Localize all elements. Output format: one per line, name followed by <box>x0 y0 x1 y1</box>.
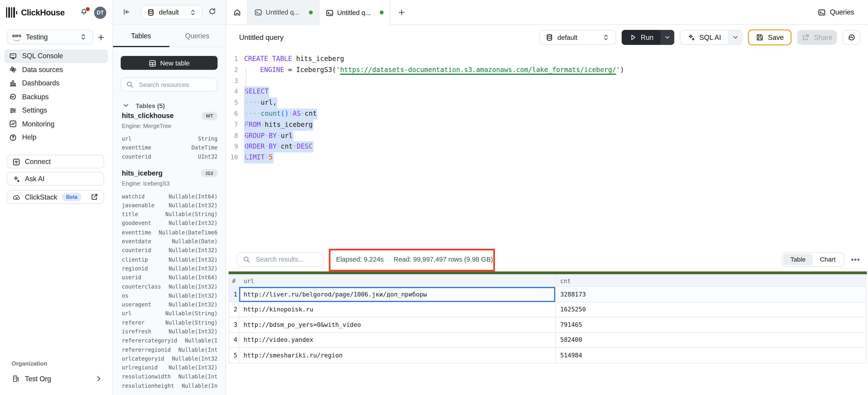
column-row[interactable]: urlNullable(String) <box>113 309 225 318</box>
sidebar-item-backups[interactable]: Backups <box>4 90 108 104</box>
column-row[interactable]: eventtimeNullable(DateTime6 <box>113 228 225 237</box>
refresh-button[interactable] <box>208 7 217 16</box>
column-type: Nullable(Int32 <box>172 356 217 362</box>
queries-button[interactable]: Queries <box>818 0 868 25</box>
new-table-button[interactable]: New table <box>121 56 217 70</box>
column-row[interactable]: counteridUInt32 <box>113 152 225 161</box>
cnt-cell[interactable]: 791465 <box>556 317 866 332</box>
service-selector[interactable]: aws Testing <box>6 29 93 45</box>
column-header-url[interactable]: url <box>239 275 556 287</box>
column-row[interactable]: urlString <box>113 134 225 143</box>
results-search[interactable] <box>237 252 324 267</box>
column-row[interactable]: isrefreshNullable(Int32) <box>113 327 225 336</box>
table-item[interactable]: hits_icebergIS3 <box>122 168 217 178</box>
sidebar-nav: SQL ConsoleData sourcesDashboardsBackups… <box>4 49 108 144</box>
table-item[interactable]: hits_clickhouseMT <box>122 111 217 121</box>
sql-editor[interactable]: 1CREATE TABLE hits_iceberg2 ENGINE = Ice… <box>226 50 868 247</box>
run-options-caret[interactable] <box>660 30 674 45</box>
url-cell[interactable]: http://liver.ru/belgorod/page/1006.jки/д… <box>239 287 556 302</box>
cnt-cell[interactable]: 1625250 <box>556 302 866 317</box>
code-line-content: ····count()·AS·cnt <box>244 109 317 119</box>
cnt-cell[interactable]: 514984 <box>556 348 866 363</box>
url-cell[interactable]: http://video.yandex <box>239 333 556 348</box>
sidebar-item-sql-console[interactable]: SQL Console <box>4 49 108 63</box>
resources-tab-queries[interactable]: Queries <box>169 25 225 47</box>
column-header-index[interactable]: # <box>229 275 239 287</box>
new-tab-button[interactable] <box>390 0 412 25</box>
column-row[interactable]: refererregionidNullable(Int <box>113 345 225 354</box>
column-header-cnt[interactable]: cnt <box>556 275 866 287</box>
results-header-row: # url cnt <box>229 275 866 287</box>
code-token: url, <box>261 99 277 107</box>
column-row[interactable]: javaenableNullable(Int32) <box>113 201 225 210</box>
code-token: · <box>265 132 269 139</box>
sql-ai-button[interactable]: SQL AI <box>680 30 742 45</box>
query-tab-1[interactable]: Untitled q... <box>248 0 319 25</box>
column-row[interactable]: urlcategoryidNullable(Int32 <box>113 354 225 363</box>
results-table: # url cnt 1http://liver.ru/belgorod/page… <box>228 274 866 363</box>
resources-search[interactable] <box>121 78 217 91</box>
sql-ai-caret[interactable] <box>728 31 742 45</box>
cnt-cell[interactable]: 3288173 <box>556 287 866 302</box>
column-row[interactable]: resolutionheightNullable(In <box>113 381 225 390</box>
database-selector[interactable]: default <box>141 5 203 20</box>
cnt-cell[interactable]: 582400 <box>556 333 866 348</box>
code-line-9: 9ORDER·BY·cnt·DESC <box>226 142 868 152</box>
modified-dot <box>380 10 383 14</box>
share-button[interactable]: Share <box>797 30 837 45</box>
tables-group-header[interactable]: Tables (5) <box>122 102 165 110</box>
column-row[interactable]: osNullable(Int32) <box>113 291 225 300</box>
column-row[interactable]: refererNullable(String) <box>113 318 225 327</box>
connect-button[interactable]: Connect <box>6 154 104 168</box>
column-row[interactable]: counterclassNullable(Int32) <box>113 282 225 291</box>
url-cell[interactable]: http://smeshariki.ru/region <box>239 348 556 363</box>
table-row: 5http://smeshariki.ru/region514984 <box>229 348 866 363</box>
column-row[interactable]: referercategoryidNullable(I <box>113 336 225 345</box>
settings-icon <box>9 106 17 115</box>
modified-dot <box>309 10 313 14</box>
avatar[interactable]: DT <box>94 6 106 19</box>
column-row[interactable]: regionidNullable(Int32) <box>113 264 225 273</box>
home-button[interactable] <box>226 0 248 25</box>
clickstack-button[interactable]: ClickStack Beta <box>6 190 104 204</box>
column-name: userid <box>122 274 142 280</box>
sidebar-item-settings[interactable]: Settings <box>4 104 108 117</box>
column-row[interactable]: clientipNullable(Int32) <box>113 255 225 264</box>
column-row[interactable]: urlregionidNullable(Int32) <box>113 363 225 372</box>
column-row[interactable]: useridNullable(Int64) <box>113 273 225 282</box>
view-toggle-chart[interactable]: Chart <box>813 253 843 265</box>
ask-ai-button[interactable]: Ask AI <box>6 172 104 186</box>
resources-tab-tables[interactable]: Tables <box>113 25 169 47</box>
results-search-input[interactable] <box>254 255 318 264</box>
sidebar-item-data-sources[interactable]: Data sources <box>4 63 108 77</box>
history-button[interactable] <box>842 30 860 45</box>
code-token: · <box>293 143 297 150</box>
url-cell[interactable]: http://kinopoisk.ru <box>239 302 556 317</box>
column-row[interactable]: titleNullable(String) <box>113 210 225 219</box>
collapse-sidebar-button[interactable] <box>122 8 131 16</box>
column-row[interactable]: watchidNullable(Int64) <box>113 192 225 201</box>
column-row[interactable]: goodeventNullable(Int32) <box>113 219 225 228</box>
add-service-button[interactable] <box>95 31 106 43</box>
column-row[interactable]: eventdateNullable(Date) <box>113 237 225 246</box>
column-row[interactable]: resolutionwidthNullable(Int <box>113 372 225 381</box>
run-button[interactable]: Run <box>622 30 674 45</box>
sidebar-item-help[interactable]: Help <box>4 131 108 144</box>
organization-section-label: Organization <box>11 360 47 367</box>
column-row[interactable]: useragentNullable(Int32) <box>113 300 225 309</box>
query-tab-2[interactable]: Untitled q... <box>319 0 390 25</box>
sidebar-item-monitoring[interactable]: Monitoring <box>4 117 108 131</box>
column-row[interactable]: eventtimeDateTime <box>113 143 225 152</box>
view-toggle-table[interactable]: Table <box>783 253 813 265</box>
editor-database-selector[interactable]: default <box>539 30 616 45</box>
notifications-button[interactable] <box>80 7 90 18</box>
organization-item[interactable]: Test Org <box>6 372 108 385</box>
resources-search-input[interactable] <box>138 81 213 88</box>
sidebar-item-dashboards[interactable]: Dashboards <box>4 77 108 90</box>
row-index-cell: 1 <box>229 287 239 302</box>
query-title[interactable]: Untitled query <box>239 33 283 42</box>
column-row[interactable]: counteridNullable(Int32) <box>113 246 225 255</box>
save-button[interactable]: Save <box>748 29 792 46</box>
more-options-button[interactable]: ••• <box>851 255 860 263</box>
url-cell[interactable]: http://bdsm_po_yers=0&with_video <box>239 317 556 332</box>
